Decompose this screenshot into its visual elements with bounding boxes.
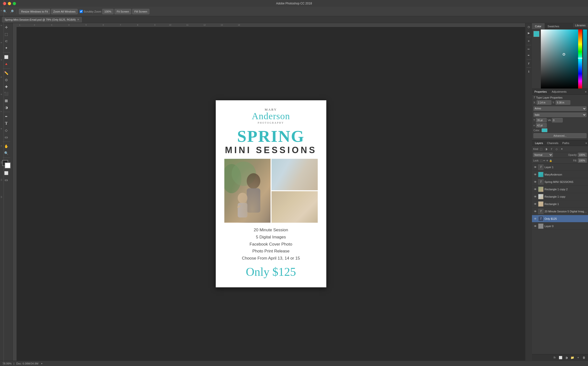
layer-item[interactable]: 👁 Rectangle 1 copy (532, 193, 588, 200)
font-color-swatch[interactable] (542, 128, 547, 132)
font-style-row: Italic (533, 112, 587, 118)
layer-item[interactable]: 👁 Rectangle 1 (532, 200, 588, 208)
font-family-select[interactable]: Arimo (533, 106, 587, 111)
advanced-button[interactable]: Advanced... (533, 133, 587, 138)
alpha-bar[interactable] (583, 29, 587, 88)
layer-mask-icon[interactable]: ⬜ (558, 355, 563, 360)
font-style-select[interactable]: Italic (533, 113, 587, 117)
lock-position-icon[interactable]: ✛ (546, 159, 548, 162)
x-input[interactable] (537, 100, 551, 105)
photo-grid (224, 159, 318, 223)
svg-text:1: 1 (19, 24, 20, 26)
leading-input[interactable] (536, 123, 547, 128)
tracking-icon: VA (548, 119, 551, 122)
filter-smart-icon[interactable]: ✦ (559, 147, 564, 151)
play-icon[interactable]: ▶ (526, 30, 531, 36)
tab-paths[interactable]: Paths (560, 140, 571, 146)
zoom-all-windows-button[interactable]: Zoom All Windows (51, 9, 78, 14)
main-toolbar: 🔍 🔎 Resize Windows to Fit Zoom All Windo… (0, 7, 588, 16)
size-row: T VA (533, 118, 587, 122)
svg-point-43 (298, 208, 305, 217)
tracking-input[interactable] (552, 118, 563, 122)
zoom-100-button[interactable]: 100% (102, 9, 114, 14)
layer-visibility-icon[interactable]: 👁 (533, 173, 537, 176)
y-input[interactable] (556, 100, 570, 105)
hue-bar[interactable] (578, 29, 582, 88)
photo-top-right (272, 159, 318, 190)
foreground-swatch[interactable] (533, 31, 539, 37)
traffic-lights[interactable] (3, 2, 16, 5)
document-tab[interactable]: Spring-Mini-Session-Email.psd @ 79% (Onl… (2, 17, 82, 22)
asterisk-icon[interactable]: ✳ (526, 38, 531, 44)
maximize-button[interactable] (13, 2, 16, 5)
new-layer-icon[interactable]: + (576, 355, 581, 360)
layer-item[interactable]: 👁 MaryAnderson (532, 171, 588, 178)
xy-row: X: Y: (533, 100, 587, 105)
scrubby-zoom-checkbox[interactable] (80, 10, 83, 13)
layer-visibility-icon[interactable]: 👁 (533, 165, 537, 169)
opacity-input[interactable] (578, 153, 587, 157)
minimize-button[interactable] (8, 2, 11, 5)
new-group-icon[interactable]: 📁 (570, 355, 575, 360)
doc-info-arrow[interactable]: ▸ (41, 362, 43, 365)
font-size-input[interactable] (536, 118, 547, 122)
document-tab-close-icon[interactable]: ✕ (77, 18, 79, 21)
layer-item[interactable]: 👁 T Spring MINI SESSIONS (532, 178, 588, 186)
pen-icon[interactable]: ✒ (526, 53, 531, 58)
layer-item[interactable]: 👁 T 20 Minute Session 5 Digital Images .… (532, 208, 588, 215)
libraries-tab[interactable]: Libraries (573, 23, 588, 28)
filter-pixel-icon[interactable]: ⬚ (539, 147, 543, 151)
layer-visibility-icon[interactable]: 👁 (533, 180, 537, 184)
svg-rect-44 (299, 216, 305, 222)
layer-visibility-icon[interactable]: 👁 (533, 202, 537, 206)
resize-windows-button[interactable]: Resize Windows to Fit (19, 9, 50, 14)
layer-visibility-icon[interactable]: 👁 (533, 217, 537, 221)
tab-channels[interactable]: Channels (545, 140, 560, 146)
layer-visibility-icon[interactable]: 👁 (533, 209, 537, 213)
delete-layer-icon[interactable]: 🗑 (582, 355, 587, 360)
fit-screen-button[interactable]: Fit Screen (115, 9, 131, 14)
layer-item[interactable]: 👁 Layer 0 (532, 222, 588, 230)
history-icon[interactable]: ◷ (526, 24, 531, 29)
layer-name: Only $125 (545, 217, 587, 220)
color-cursor[interactable] (563, 53, 565, 56)
layer-item-selected[interactable]: 👁 T Only $125 (532, 215, 588, 222)
filter-type-icon[interactable]: T (549, 147, 554, 151)
layer-item[interactable]: 👁 Rectangle 1 copy 2 (532, 186, 588, 193)
type-icon[interactable]: T (526, 61, 531, 66)
properties-menu[interactable]: ≡ (585, 90, 588, 93)
canvas-area: 1 2 3 4 5 6 7 8 9 10 11 12 13 14 (13, 23, 525, 361)
layer-fx-icon[interactable]: fx (552, 355, 557, 360)
service-item-2: 5 Digital Images (242, 234, 300, 241)
layer-visibility-icon[interactable]: 👁 (533, 187, 537, 191)
info-icon[interactable]: ℹ (526, 69, 531, 74)
tab-properties[interactable]: Properties (532, 89, 549, 94)
layer-item[interactable]: 👁 T Layer 1 (532, 163, 588, 171)
fill-input[interactable] (578, 158, 587, 163)
filter-adjust-icon[interactable]: ◑ (544, 147, 548, 151)
color-panel: Color Swatches ≡ Libraries (532, 23, 588, 88)
layer-adjustment-icon[interactable]: ◑ (564, 355, 569, 360)
layer-visibility-icon[interactable]: 👁 (533, 195, 537, 199)
brush-icon[interactable]: ✏ (526, 46, 531, 52)
filter-vector-icon[interactable]: ◇ (554, 147, 559, 151)
layers-menu[interactable]: ≡ (586, 142, 587, 145)
lock-transparent-icon[interactable]: ⬚ (540, 159, 542, 162)
tab-swatches[interactable]: Swatches (545, 23, 562, 29)
layer-name: Layer 1 (545, 166, 587, 169)
tab-adjustments[interactable]: Adjustments (549, 89, 569, 94)
canvas-scroll-area[interactable]: MARY Anderson PHOTOGRAPHY SPRING MINI SE… (17, 27, 525, 361)
color-spectrum-area[interactable] (541, 29, 578, 88)
zoom-out-icon[interactable]: 🔎 (9, 9, 15, 15)
tab-layers[interactable]: Layers (533, 140, 545, 146)
tab-color[interactable]: Color (532, 23, 545, 29)
sat-val-gradient[interactable] (541, 29, 578, 88)
svg-rect-40 (272, 191, 318, 222)
lock-all-icon[interactable]: 🔒 (549, 159, 552, 162)
blend-mode-select[interactable]: Normal (533, 153, 553, 157)
lock-image-icon[interactable]: ✏ (543, 159, 545, 162)
background-color[interactable] (5, 162, 11, 168)
fill-screen-button[interactable]: Fill Screen (132, 9, 149, 14)
layer-visibility-icon[interactable]: 👁 (533, 224, 537, 228)
ruler-row: 1 2 3 4 5 6 7 8 9 10 11 12 13 14 (13, 23, 525, 27)
